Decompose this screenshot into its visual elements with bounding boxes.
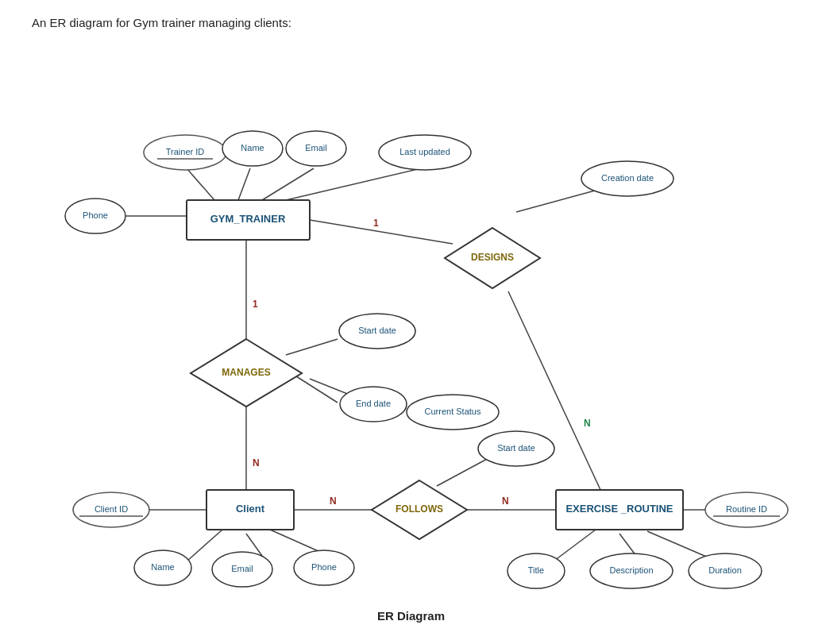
rel-designs-label: DESIGNS xyxy=(471,252,514,263)
er-diagram-svg: 1 N 1 N xyxy=(32,45,794,601)
svg-text:N: N xyxy=(330,496,337,507)
svg-line-25 xyxy=(437,458,488,486)
page-description: An ER diagram for Gym trainer managing c… xyxy=(32,16,790,29)
svg-line-8 xyxy=(508,291,612,514)
entity-exercise-routine-label: EXERCISE _ROUTINE xyxy=(565,503,673,515)
svg-line-12 xyxy=(286,339,338,355)
attr-trainer-phone-label: Phone xyxy=(83,210,108,220)
attr-trainer-id-label: Trainer ID xyxy=(166,147,205,156)
svg-text:1: 1 xyxy=(373,218,379,229)
attr-routine-id-label: Routine ID xyxy=(726,504,767,514)
entity-client-label: Client xyxy=(236,503,265,515)
attr-last-updated-label: Last updated xyxy=(399,147,450,156)
diagram-area: 1 N 1 N xyxy=(32,45,794,601)
svg-text:N: N xyxy=(502,496,509,507)
attr-client-email-label: Email xyxy=(231,564,253,573)
attr-client-phone-label: Phone xyxy=(311,562,337,572)
attr-description-label: Description xyxy=(609,565,653,575)
svg-line-5 xyxy=(310,220,453,244)
attr-start-date-follows-label: Start date xyxy=(497,443,535,453)
attr-end-date-label: End date xyxy=(356,399,391,408)
svg-line-0 xyxy=(187,168,214,200)
attr-current-status-label: Current Status xyxy=(425,407,481,416)
page-container: An ER diagram for Gym trainer managing c… xyxy=(0,0,822,638)
svg-line-13 xyxy=(294,375,338,403)
attr-start-date-manages-label: Start date xyxy=(358,326,396,335)
attr-client-id-label: Client ID xyxy=(95,504,128,514)
attr-client-name-label: Name xyxy=(151,562,174,572)
svg-line-7 xyxy=(516,188,604,212)
attr-trainer-email-label: Email xyxy=(305,143,327,152)
attr-creation-date-label: Creation date xyxy=(601,173,654,183)
entity-gym-trainer-label: GYM_TRAINER xyxy=(210,213,286,225)
diagram-caption: ER Diagram xyxy=(32,609,790,623)
attr-title-label: Title xyxy=(528,565,544,575)
attr-trainer-name-label: Name xyxy=(241,143,264,152)
svg-text:N: N xyxy=(253,457,260,469)
svg-line-1 xyxy=(238,168,250,200)
svg-text:1: 1 xyxy=(253,299,258,310)
attr-duration-label: Duration xyxy=(708,565,742,575)
rel-manages-label: MANAGES xyxy=(222,367,270,378)
svg-text:N: N xyxy=(584,418,591,429)
svg-line-18 xyxy=(187,530,222,561)
rel-follows-label: FOLLOWS xyxy=(396,503,443,515)
